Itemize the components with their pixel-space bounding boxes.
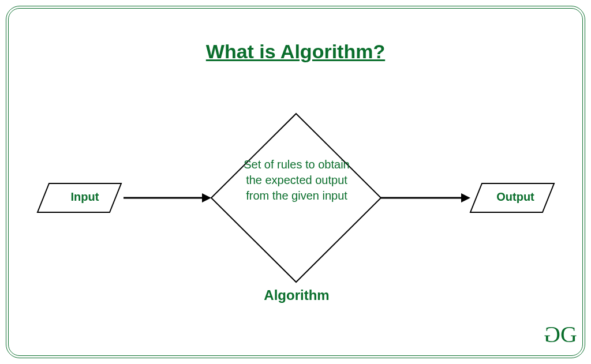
logo-right-glyph: G — [560, 321, 575, 347]
brand-logo: GG — [546, 321, 575, 348]
process-caption: Algorithm — [242, 287, 351, 303]
input-label: Input — [53, 190, 117, 204]
output-label: Output — [484, 190, 547, 204]
logo-left-glyph: G — [546, 321, 560, 348]
process-description: Set of rules to obtain the expected outp… — [242, 157, 351, 204]
diagram-title: What is Algorithm? — [0, 40, 591, 63]
